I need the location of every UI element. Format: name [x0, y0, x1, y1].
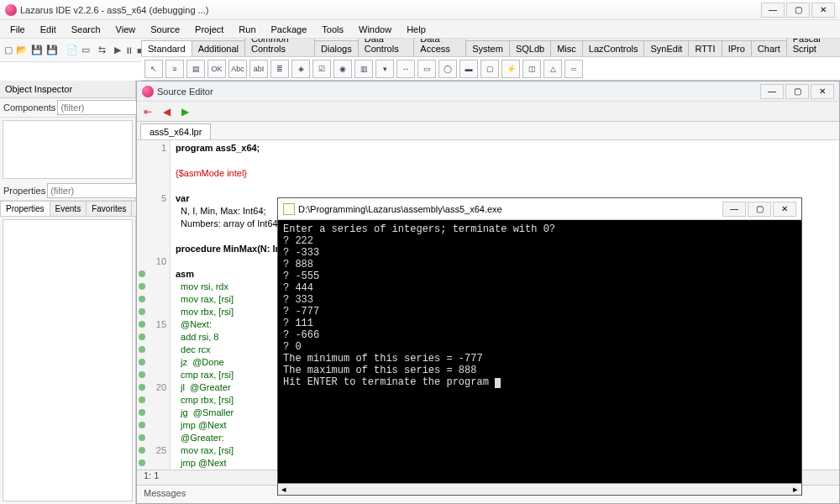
breakpoint-marker[interactable]	[139, 333, 145, 340]
component-tab-sqldb[interactable]: SQLdb	[509, 40, 551, 56]
breakpoint-marker[interactable]	[139, 308, 145, 315]
component-bevel-icon[interactable]: ═	[564, 60, 583, 78]
menu-window[interactable]: Window	[352, 22, 398, 37]
src-minimize-button[interactable]: —	[760, 84, 784, 99]
menu-search[interactable]: Search	[65, 22, 108, 37]
component-tab-additional[interactable]: Additional	[192, 40, 245, 56]
component-mainmenu-icon[interactable]: ≡	[165, 60, 184, 78]
component-action-icon[interactable]: ⚡	[501, 60, 520, 78]
menu-package[interactable]: Package	[265, 22, 314, 37]
menu-tools[interactable]: Tools	[315, 22, 350, 37]
component-radio-icon[interactable]: ◉	[333, 60, 352, 78]
source-toolbar: ⇤ ◀ ▶	[137, 102, 839, 122]
breakpoint-marker[interactable]	[139, 434, 145, 441]
component-popup-icon[interactable]: ▤	[186, 60, 205, 78]
breakpoint-marker[interactable]	[139, 396, 145, 403]
console-scrollbar[interactable]: ◂▸	[278, 483, 801, 495]
console-window: D:\Programming\Lazarus\assembly\ass5_x64…	[277, 197, 802, 496]
component-combo-icon[interactable]: ▾	[375, 60, 394, 78]
component-tab-pascal-script[interactable]: Pascal Script	[786, 39, 840, 56]
pause-button[interactable]: ⏸	[123, 42, 134, 59]
open-button[interactable]: 📂	[15, 42, 29, 59]
component-panel-icon[interactable]: ▬	[459, 60, 478, 78]
component-tab-standard[interactable]: Standard	[141, 40, 192, 56]
component-tab-system[interactable]: System	[465, 40, 510, 56]
ide-title: Lazarus IDE v2.2.6 - ass5_x64 (debugging…	[20, 5, 208, 15]
property-grid[interactable]	[3, 219, 133, 501]
inspector-tab-properties[interactable]: Properties	[0, 201, 50, 216]
close-button[interactable]: ✕	[811, 3, 835, 18]
breakpoint-marker[interactable]	[139, 346, 145, 353]
breakpoint-marker[interactable]	[139, 283, 145, 290]
component-scroll-icon[interactable]: ↔	[396, 60, 415, 78]
unit-button[interactable]: 📄	[66, 42, 79, 59]
breakpoint-marker[interactable]	[139, 447, 145, 454]
breakpoint-marker[interactable]	[139, 321, 145, 328]
lazarus-icon	[5, 4, 17, 16]
inspector-tab-events[interactable]: Events	[50, 201, 87, 216]
console-minimize-button[interactable]: —	[722, 202, 746, 217]
component-tab-dialogs[interactable]: Dialogs	[314, 40, 359, 56]
component-image-icon[interactable]: ◫	[522, 60, 541, 78]
console-output[interactable]: Enter a series of integers; terminate wi…	[278, 220, 801, 483]
breakpoint-marker[interactable]	[139, 270, 145, 277]
console-title: D:\Programming\Lazarus\assembly\ass5_x64…	[298, 204, 502, 214]
component-tab-lazcontrols[interactable]: LazControls	[582, 40, 645, 56]
console-close-button[interactable]: ✕	[773, 202, 796, 217]
menu-edit[interactable]: Edit	[34, 22, 63, 37]
component-frame-icon[interactable]: ▢	[480, 60, 499, 78]
form-button[interactable]: ▭	[81, 42, 91, 59]
component-shape-icon[interactable]: △	[543, 60, 562, 78]
save-all-button[interactable]: 💾	[45, 42, 59, 59]
breakpoint-marker[interactable]	[139, 422, 145, 428]
component-button-icon[interactable]: OK	[207, 60, 226, 78]
maximize-button[interactable]: ▢	[786, 3, 810, 18]
component-edit-icon[interactable]: abI	[249, 60, 268, 78]
console-maximize-button[interactable]: ▢	[748, 202, 771, 217]
menu-source[interactable]: Source	[144, 22, 186, 37]
component-tab-synedit[interactable]: SynEdit	[643, 40, 689, 56]
breakpoint-marker[interactable]	[139, 371, 145, 378]
component-tab-chart[interactable]: Chart	[751, 40, 787, 56]
breakpoint-marker[interactable]	[139, 409, 145, 416]
menu-file[interactable]: File	[3, 22, 32, 37]
component-group-icon[interactable]: ▭	[417, 60, 436, 78]
minimize-button[interactable]: —	[761, 3, 785, 18]
menu-help[interactable]: Help	[400, 22, 433, 37]
component-tab-rtti[interactable]: RTTI	[688, 40, 722, 56]
breakpoint-marker[interactable]	[139, 459, 145, 466]
components-label: Components	[3, 102, 55, 113]
component-listbox-icon[interactable]: ▥	[354, 60, 373, 78]
nav-jump-icon[interactable]: ⇤	[140, 104, 155, 119]
component-tab-misc[interactable]: Misc	[550, 40, 583, 56]
src-maximize-button[interactable]: ▢	[785, 84, 809, 99]
new-button[interactable]: ▢	[3, 42, 13, 59]
menu-view[interactable]: View	[109, 22, 143, 37]
component-tab-ipro[interactable]: IPro	[722, 40, 752, 56]
component-tree[interactable]	[3, 120, 133, 179]
breakpoint-marker[interactable]	[139, 384, 145, 391]
breakpoint-marker[interactable]	[139, 296, 145, 302]
component-toggle-icon[interactable]: ◈	[291, 60, 310, 78]
component-radiogroup-icon[interactable]: ◯	[438, 60, 457, 78]
src-close-button[interactable]: ✕	[811, 84, 834, 99]
menu-project[interactable]: Project	[188, 22, 230, 37]
menubar: FileEditSearchViewSourceProjectRunPackag…	[0, 20, 840, 39]
component-tab-data-controls[interactable]: Data Controls	[358, 39, 415, 56]
component-label-icon[interactable]: Abc	[228, 60, 247, 78]
component-checkbox-icon[interactable]: ☑	[312, 60, 331, 78]
run-button[interactable]: ▶	[113, 42, 122, 59]
menu-run[interactable]: Run	[232, 22, 262, 37]
nav-back-icon[interactable]: ◀	[159, 104, 174, 119]
component-memo-icon[interactable]: ≣	[270, 60, 289, 78]
save-button[interactable]: 💾	[30, 42, 44, 59]
component-pointer-icon[interactable]: ↖	[144, 60, 163, 78]
inspector-tab-favorites[interactable]: Favorites	[86, 201, 132, 216]
component-tab-common-controls[interactable]: Common Controls	[244, 39, 315, 56]
breakpoint-marker[interactable]	[139, 359, 145, 365]
nav-fwd-icon[interactable]: ▶	[177, 104, 192, 119]
toggle-button[interactable]: ⇆	[97, 42, 107, 59]
component-tab-data-access[interactable]: Data Access	[413, 39, 466, 56]
tab-file[interactable]: ass5_x64.lpr	[140, 123, 211, 139]
gutter[interactable]: 1 5 10 15 20 25	[137, 140, 171, 470]
